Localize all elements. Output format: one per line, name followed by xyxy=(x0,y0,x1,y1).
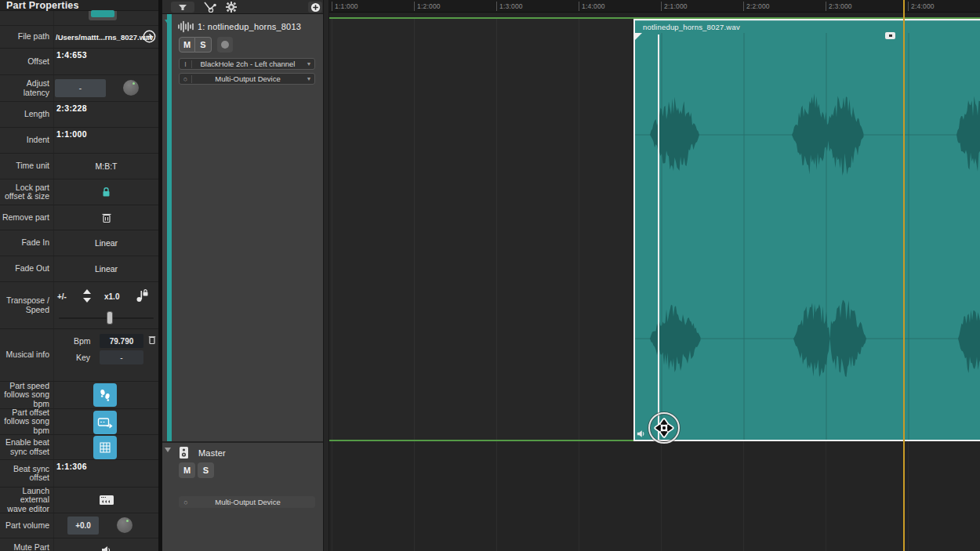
track-filter-button[interactable] xyxy=(171,2,194,13)
row-mute-part: Mute Part xyxy=(0,538,158,551)
record-arm-button[interactable] xyxy=(217,37,233,53)
lock-part-label: Lock part offset & size xyxy=(0,179,53,205)
row-remove-part: Remove part xyxy=(0,205,158,230)
offset-label: Offset xyxy=(0,49,53,74)
file-path-value[interactable]: /Users/mattt...rns_8027.wav xyxy=(56,26,154,48)
track-name[interactable]: 1: notlinedup_horns_8013 xyxy=(198,22,301,31)
plus-circle-icon xyxy=(310,2,321,13)
indent-value[interactable]: 1:1:000 xyxy=(56,129,87,139)
speed-slider-handle[interactable] xyxy=(107,311,113,324)
master-track-name[interactable]: Master xyxy=(198,448,226,458)
part-speed-follows-button[interactable] xyxy=(93,383,117,407)
track-audio-1[interactable]: 1: notlinedup_horns_8013 M S I BlackHole… xyxy=(162,14,323,441)
offset-value[interactable]: 1:4:653 xyxy=(56,50,87,60)
tracklist-scrollbar-gutter[interactable] xyxy=(323,0,329,551)
row-transpose-speed: Transpose / Speed +/- x1.0 xyxy=(0,282,158,329)
remove-part-label: Remove part xyxy=(0,205,53,230)
part-offset-follows-button[interactable] xyxy=(93,411,117,434)
beat-gridline xyxy=(579,441,579,551)
panel-title: Part Properties xyxy=(0,0,158,11)
wave-editor-icon[interactable] xyxy=(99,495,114,506)
beat-gridline xyxy=(414,19,415,441)
key-field[interactable]: - xyxy=(100,350,143,364)
enable-beat-sync-button[interactable] xyxy=(93,436,117,459)
input-device-dropdown[interactable]: I BlackHole 2ch - Left channel ▼ xyxy=(179,58,315,70)
beat-gridline xyxy=(908,441,909,551)
mute-speaker-icon[interactable] xyxy=(101,546,111,551)
chevron-down-icon: ▼ xyxy=(303,76,314,82)
grid-icon xyxy=(99,441,111,454)
speed-value[interactable]: x1.0 xyxy=(104,292,119,301)
key-label: Key xyxy=(76,353,90,362)
fade-in-value[interactable]: Linear xyxy=(54,230,158,256)
mute-part-label: Mute Part xyxy=(0,538,53,551)
daw-window: Part Properties File path /Users/mattt..… xyxy=(0,0,980,551)
adjust-latency-knob[interactable] xyxy=(123,80,139,96)
row-partial-toggle xyxy=(0,11,158,26)
time-unit-label: Time unit xyxy=(0,154,53,179)
timeline-ruler[interactable]: 1:1:0001:2:0001:3:0001:4:0002:1:0002:2:0… xyxy=(329,0,980,13)
open-file-icon[interactable] xyxy=(143,30,156,43)
input-prefix: I xyxy=(180,60,192,68)
mute-button[interactable]: M xyxy=(179,37,195,53)
toggle-switch[interactable] xyxy=(89,11,117,20)
ruler-tick xyxy=(579,2,579,11)
track-collapse-icon[interactable] xyxy=(165,20,171,24)
transpose-spinner-icon[interactable] xyxy=(82,288,92,304)
tracklist-panel: 1: notlinedup_horns_8013 M S I BlackHole… xyxy=(162,0,323,551)
solo-button[interactable]: S xyxy=(195,37,212,53)
bpm-field[interactable]: 79.790 xyxy=(100,334,143,348)
bpm-reset-icon[interactable] xyxy=(148,335,156,345)
beat-gridline xyxy=(661,441,662,551)
audio-part[interactable]: notlinedup_horns_8027.wav xyxy=(633,19,980,441)
adjust-latency-field[interactable]: - xyxy=(55,79,106,97)
playhead[interactable] xyxy=(903,0,905,551)
add-track-button[interactable] xyxy=(308,2,322,13)
ruler-tick xyxy=(908,2,909,11)
arranger-area[interactable]: 1:1:0001:2:0001:3:0001:4:0002:1:0002:2:0… xyxy=(329,0,980,551)
tracklist-toolbar xyxy=(162,0,323,14)
beat-gridline xyxy=(414,441,415,551)
beat-gridline xyxy=(496,441,497,551)
lock-icon[interactable] xyxy=(101,187,111,198)
fade-out-value[interactable]: Linear xyxy=(54,256,158,281)
time-unit-value[interactable]: M:B:T xyxy=(54,154,158,179)
row-part-volume: Part volume +0.0 xyxy=(0,513,158,538)
row-lock-part: Lock part offset & size xyxy=(0,179,158,205)
master-output-value: Multi-Output Device xyxy=(192,498,303,506)
part-name: notlinedup_horns_8027.wav xyxy=(643,23,740,31)
part-volume-field[interactable]: +0.0 xyxy=(67,517,99,535)
row-launch-external: Launch external wave editor xyxy=(0,488,158,513)
trash-icon[interactable] xyxy=(101,212,112,223)
track-master[interactable]: Master M S ○ Multi-Output Device xyxy=(162,443,323,551)
indent-label: Indent xyxy=(0,128,53,153)
row-offset: Offset 1:4:653 xyxy=(0,49,158,75)
routing-button[interactable] xyxy=(200,2,220,13)
beat-gridline xyxy=(743,441,744,551)
row-fade-in: Fade In Linear xyxy=(0,230,158,256)
settings-button[interactable] xyxy=(223,2,239,13)
part-audition-speaker-icon[interactable] xyxy=(637,430,645,438)
length-value[interactable]: 2:3:228 xyxy=(56,103,87,113)
output-device-dropdown[interactable]: ○ Multi-Output Device ▼ xyxy=(179,73,315,85)
note-lock-icon[interactable] xyxy=(136,288,148,303)
waveform-graphic xyxy=(635,20,980,440)
master-solo-button[interactable]: S xyxy=(198,462,214,478)
beat-sync-offset-value[interactable]: 1:1:306 xyxy=(56,462,87,471)
track-color-strip xyxy=(167,14,172,441)
row-musical-info: Musical info Bpm 79.790 Key - xyxy=(0,329,158,382)
part-volume-knob[interactable] xyxy=(117,517,132,533)
transpose-plusminus[interactable]: +/- xyxy=(57,292,67,301)
row-indent: Indent 1:1:000 xyxy=(0,128,158,154)
row-enable-beat-sync: Enable beat sync offset xyxy=(0,435,158,460)
master-output-dropdown[interactable]: ○ Multi-Output Device xyxy=(179,496,315,508)
output-prefix: ○ xyxy=(180,75,192,83)
beat-sync-offset-label: Beat sync offset xyxy=(0,460,53,487)
part-badge-icon[interactable] xyxy=(885,32,895,39)
launch-external-label: Launch external wave editor xyxy=(0,488,53,513)
master-mute-button[interactable]: M xyxy=(179,462,195,478)
master-collapse-icon[interactable] xyxy=(165,448,171,452)
fade-in-label: Fade In xyxy=(0,230,53,256)
output-device-value: Multi-Output Device xyxy=(192,74,303,83)
fade-in-handle[interactable] xyxy=(635,33,642,40)
